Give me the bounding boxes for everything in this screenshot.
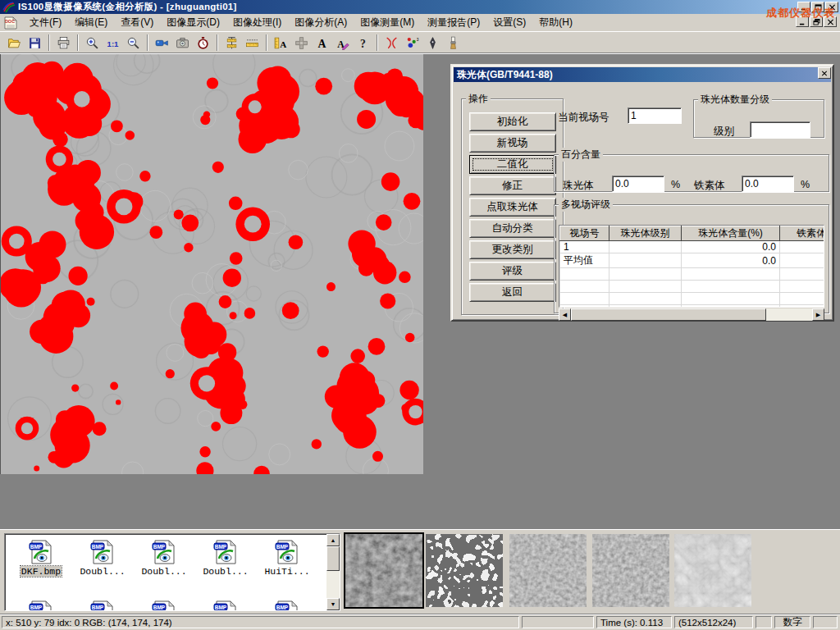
table-header-2: 珠光体级别: [609, 226, 682, 241]
open-button[interactable]: [4, 34, 24, 52]
document-icon[interactable]: DOC: [3, 16, 18, 30]
table-hscrollbar[interactable]: ◀ ▶: [559, 308, 824, 321]
current-field-input[interactable]: [628, 107, 682, 124]
actual-size-button[interactable]: 1:1: [103, 34, 122, 52]
camera-button[interactable]: [172, 34, 192, 52]
mdi-restore-button[interactable]: [810, 16, 823, 27]
op-button-2[interactable]: 新视场: [469, 134, 556, 153]
caliper-button[interactable]: [221, 34, 241, 52]
zoom-in-button[interactable]: [82, 34, 102, 52]
menu-item-7[interactable]: 图像测量(M): [354, 14, 421, 30]
hscroll-left-button[interactable]: ◀: [559, 308, 571, 321]
table-row-2[interactable]: 平均值0.0: [560, 253, 825, 268]
mdi-close-button[interactable]: [824, 16, 837, 27]
hscroll-right-button[interactable]: ▶: [812, 308, 824, 321]
thumbnail-image: [592, 534, 669, 607]
op-button-3[interactable]: 二值化: [469, 155, 556, 174]
text-icon: A: [315, 36, 329, 50]
menu-item-10[interactable]: 帮助(H): [532, 14, 579, 30]
menu-item-5[interactable]: 图像处理(I): [226, 14, 288, 30]
table-row-1[interactable]: 10.0: [560, 241, 825, 253]
menu-item-8[interactable]: 测量报告(P): [421, 14, 486, 30]
file-item-row2-1[interactable]: BMP: [11, 600, 71, 611]
op-button-4[interactable]: 修正: [469, 176, 556, 195]
thumbnail-3[interactable]: [509, 534, 587, 607]
file-item-row2-4[interactable]: BMP: [196, 600, 255, 611]
thumbnail-5[interactable]: [674, 534, 751, 607]
vscroll-thumb[interactable]: [326, 546, 340, 571]
particles-button[interactable]: 3: [402, 34, 422, 52]
dialog-close-button[interactable]: [818, 67, 831, 79]
dialog-title-bar[interactable]: 珠光体(GB/T9441-88): [454, 67, 831, 82]
video-camera-icon: [155, 36, 169, 50]
measure-text-button[interactable]: A: [271, 34, 290, 52]
file-item-row2-5[interactable]: BMP: [258, 600, 317, 611]
menu-item-4[interactable]: 图像显示(D): [160, 14, 226, 30]
op-button-9[interactable]: 返回: [469, 283, 556, 302]
file-item-1[interactable]: BMPDKF.bmp: [11, 539, 71, 577]
op-button-5[interactable]: 点取珠光体: [469, 198, 556, 217]
op-button-7[interactable]: 更改类别: [469, 240, 556, 259]
file-item-3[interactable]: BMPDoubl...: [135, 539, 194, 577]
thumbnail-1[interactable]: [345, 534, 422, 607]
maximize-button[interactable]: [811, 2, 824, 12]
hscroll-thumb[interactable]: [571, 308, 766, 321]
table-row-5[interactable]: [560, 293, 825, 305]
menu-item-6[interactable]: 图像分析(A): [288, 14, 354, 30]
pearlite-dialog: 珠光体(GB/T9441-88) 操作 初始化新视场二值化修正点取珠光体自动分类…: [450, 64, 834, 322]
menu-item-1[interactable]: 文件(F): [23, 14, 68, 30]
rating-table[interactable]: 视场号珠光体级别珠光体含量(%)铁素体含量(%)10.0平均值0.0: [559, 225, 824, 308]
bmp-file-icon: BMP: [89, 539, 116, 565]
brush-icon: [446, 36, 460, 50]
micrograph-image[interactable]: [0, 54, 422, 474]
bmp-file-icon: BMP: [28, 600, 54, 611]
file-item-4[interactable]: BMPDoubl...: [196, 539, 255, 577]
ruler-button[interactable]: [242, 34, 262, 52]
op-button-8[interactable]: 评级: [469, 262, 556, 281]
bmp-file-icon: BMP: [89, 600, 116, 611]
ferrite-percent-input[interactable]: [742, 176, 794, 192]
file-item-5[interactable]: BMPHuiTi...: [258, 539, 317, 577]
toolbar-separator: [48, 34, 50, 51]
close-button[interactable]: [825, 2, 838, 12]
minimize-button[interactable]: [797, 2, 810, 12]
grade-input[interactable]: [750, 121, 810, 138]
brush-button[interactable]: [443, 34, 463, 52]
file-item-row2-2[interactable]: BMP: [73, 600, 132, 611]
table-cell: [780, 293, 825, 305]
scroll-down-button[interactable]: ▼: [326, 598, 340, 610]
file-list-scrollbar[interactable]: ▲ ▼: [326, 534, 340, 610]
mdi-minimize-button[interactable]: [796, 16, 809, 27]
menu-item-2[interactable]: 编辑(E): [68, 14, 114, 30]
print-button[interactable]: [53, 34, 73, 52]
menu-bar: DOC 文件(F)编辑(E)查看(V)图像显示(D)图像处理(I)图像分析(A)…: [0, 14, 840, 32]
annotate-icon: A: [336, 36, 349, 50]
table-row-4[interactable]: [560, 281, 825, 293]
thumbnail-4[interactable]: [592, 534, 669, 607]
file-item-row2-3[interactable]: BMP: [135, 600, 194, 611]
menu-item-3[interactable]: 查看(V): [114, 14, 160, 30]
curve-icon: [385, 36, 399, 50]
pen-button[interactable]: [422, 34, 442, 52]
file-name: Doubl...: [79, 566, 126, 577]
zoom-out-button[interactable]: [123, 34, 143, 52]
op-button-1[interactable]: 初始化: [469, 112, 556, 131]
grid-button[interactable]: [291, 34, 311, 52]
help-button[interactable]: ?: [353, 34, 372, 52]
timer-button[interactable]: [193, 34, 212, 52]
thumbnail-2[interactable]: [426, 534, 503, 607]
table-row-3[interactable]: [560, 268, 825, 281]
curve-button[interactable]: [381, 34, 401, 52]
annotate-button[interactable]: A: [332, 34, 352, 52]
camera-icon: [176, 36, 189, 50]
table-row-6[interactable]: [560, 305, 825, 308]
menu-item-9[interactable]: 设置(S): [486, 14, 532, 30]
table-cell: [560, 281, 609, 293]
save-button[interactable]: [25, 34, 44, 52]
video-camera-button[interactable]: [152, 34, 171, 52]
text-button[interactable]: A: [312, 34, 331, 52]
pearlite-percent-input[interactable]: [612, 176, 664, 192]
scroll-up-button[interactable]: ▲: [326, 534, 340, 546]
op-button-6[interactable]: 自动分类: [469, 219, 556, 238]
file-item-2[interactable]: BMPDoubl...: [73, 539, 132, 577]
